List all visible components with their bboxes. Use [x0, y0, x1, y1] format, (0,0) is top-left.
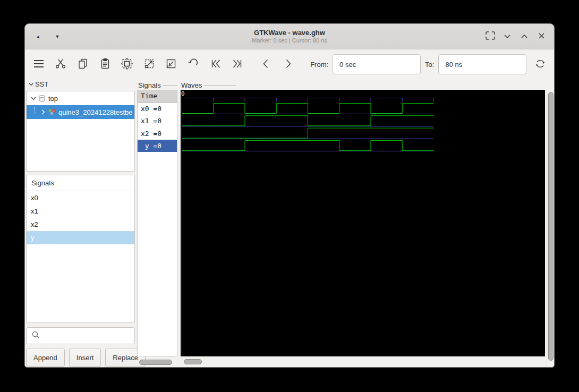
- signal-search-list: Signals x0 x1 x2 y: [26, 175, 135, 322]
- wave-canvas[interactable]: 0: [181, 90, 545, 356]
- zoom-in-button[interactable]: [141, 55, 158, 73]
- step-left-button[interactable]: [258, 55, 275, 73]
- chevron-down-icon: [504, 32, 511, 40]
- time-header: Time: [138, 90, 177, 103]
- component-icon: [38, 95, 46, 103]
- cut-button[interactable]: [53, 55, 70, 73]
- expander-down-icon[interactable]: [30, 97, 37, 100]
- tree-item-label: quine3_20241228testbe: [58, 108, 133, 116]
- gtkwave-window: ▲ ▼ GTKWave - wave.ghw Marker: 0 sec | C…: [24, 23, 555, 368]
- skip-to-end-icon: [231, 57, 244, 72]
- zoom-out-button[interactable]: [163, 55, 180, 73]
- waves-hscrollbar[interactable]: [181, 358, 545, 366]
- minimize-button[interactable]: [501, 30, 514, 43]
- copy-icon: [76, 57, 89, 72]
- window-title: GTKWave - wave.ghw: [25, 29, 554, 37]
- signal-action-buttons: Append Insert Replace: [26, 348, 135, 367]
- chevron-up-icon: [521, 32, 528, 40]
- list-item-x0[interactable]: x0: [27, 191, 134, 204]
- zoom-out-icon: [165, 57, 177, 72]
- testbench-icon: [48, 108, 56, 116]
- menu-button[interactable]: [30, 55, 47, 73]
- list-item-x1[interactable]: x1: [27, 204, 134, 218]
- scrollbar-thumb[interactable]: [548, 92, 554, 361]
- skip-to-start-icon: [209, 57, 222, 72]
- scrollbar-thumb[interactable]: [184, 359, 202, 364]
- signal-row-y[interactable]: y =0: [138, 140, 177, 152]
- insert-button[interactable]: Insert: [69, 348, 101, 367]
- tree-item-top[interactable]: top: [27, 91, 134, 105]
- titlebar: ▲ ▼ GTKWave - wave.ghw Marker: 0 sec | C…: [25, 24, 554, 49]
- close-button[interactable]: [535, 30, 548, 43]
- from-label: From:: [310, 61, 328, 69]
- list-item-y[interactable]: y: [27, 231, 134, 244]
- append-button[interactable]: Append: [26, 348, 65, 367]
- svg-text:0: 0: [181, 90, 185, 97]
- expander-right-icon[interactable]: [39, 109, 47, 115]
- chevron-right-icon: [282, 57, 294, 72]
- collapse-chevron-icon[interactable]: [28, 80, 34, 88]
- waves-frame-label: Waves: [181, 81, 245, 89]
- scrollbar-thumb[interactable]: [139, 360, 172, 365]
- undo-button[interactable]: [185, 55, 202, 73]
- fullscreen-icon: [486, 31, 495, 41]
- signals-column-hscrollbar[interactable]: [137, 359, 177, 366]
- skip-to-start-button[interactable]: [207, 55, 224, 73]
- maximize-button[interactable]: [518, 30, 531, 43]
- toolbar: From: To:: [25, 49, 554, 79]
- signals-frame-label: Signals: [138, 81, 177, 89]
- signal-row-x1[interactable]: x1 =0: [138, 115, 177, 127]
- copy-button[interactable]: [74, 55, 91, 73]
- nav-down-button[interactable]: ▼: [52, 31, 63, 42]
- undo-icon: [187, 57, 200, 72]
- reload-button[interactable]: [532, 55, 549, 73]
- chevron-left-icon: [260, 57, 273, 72]
- waveform-plot: 0: [181, 90, 545, 356]
- list-item-x2[interactable]: x2: [27, 218, 134, 231]
- reload-icon: [534, 57, 547, 72]
- skip-to-end-button[interactable]: [229, 55, 246, 73]
- step-right-button[interactable]: [280, 55, 297, 73]
- zoom-fit-button[interactable]: [118, 55, 135, 73]
- signal-search-box: [26, 327, 135, 344]
- sst-header: SST: [28, 80, 48, 88]
- menu-icon: [32, 57, 45, 72]
- waves-vscrollbar[interactable]: [547, 90, 555, 367]
- nav-up-button[interactable]: ▲: [32, 31, 44, 42]
- zoom-fit-icon: [121, 57, 133, 72]
- tree-item-quine3-testbench[interactable]: quine3_20241228testbe: [27, 105, 134, 119]
- tree-guide-line: [34, 107, 38, 113]
- to-input[interactable]: [438, 54, 526, 74]
- paste-button[interactable]: [97, 55, 114, 73]
- tree-item-label: top: [48, 95, 58, 103]
- signal-row-x2[interactable]: x2 =0: [138, 127, 177, 140]
- from-input[interactable]: [333, 54, 421, 74]
- to-label: To:: [425, 61, 434, 69]
- clipboard-icon: [99, 57, 112, 72]
- close-icon: [538, 32, 545, 41]
- signal-row-x0[interactable]: x0 =0: [138, 103, 177, 115]
- fullscreen-button[interactable]: [484, 30, 497, 43]
- sst-tree: top quine3_20241228testbe: [26, 91, 135, 172]
- marker-cursor-status: Marker: 0 sec | Cursor: 80 ns: [25, 37, 554, 45]
- signal-list-header: Signals: [27, 175, 134, 191]
- search-icon: [31, 330, 40, 342]
- zoom-in-icon: [143, 57, 156, 72]
- main-area: SST top quine3_20241228testbe Signals x0…: [25, 79, 554, 368]
- signals-column: Time x0 =0 x1 =0 x2 =0 y =0: [137, 90, 177, 356]
- scissors-icon: [54, 57, 67, 72]
- signal-search-input[interactable]: [40, 328, 134, 344]
